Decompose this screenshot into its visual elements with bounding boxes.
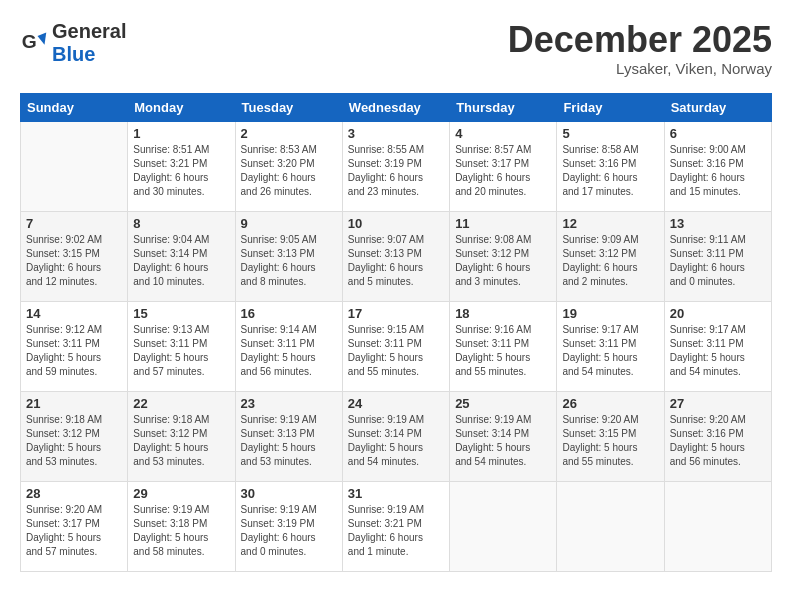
day-number: 23 xyxy=(241,396,337,411)
svg-marker-1 xyxy=(38,33,47,45)
day-info: Sunrise: 9:17 AM Sunset: 3:11 PM Dayligh… xyxy=(670,323,766,379)
day-number: 4 xyxy=(455,126,551,141)
day-number: 21 xyxy=(26,396,122,411)
day-info: Sunrise: 9:19 AM Sunset: 3:13 PM Dayligh… xyxy=(241,413,337,469)
calendar-cell: 4Sunrise: 8:57 AM Sunset: 3:17 PM Daylig… xyxy=(450,121,557,211)
day-info: Sunrise: 9:20 AM Sunset: 3:17 PM Dayligh… xyxy=(26,503,122,559)
calendar-cell: 22Sunrise: 9:18 AM Sunset: 3:12 PM Dayli… xyxy=(128,391,235,481)
header-friday: Friday xyxy=(557,93,664,121)
calendar-cell: 1Sunrise: 8:51 AM Sunset: 3:21 PM Daylig… xyxy=(128,121,235,211)
calendar-cell: 25Sunrise: 9:19 AM Sunset: 3:14 PM Dayli… xyxy=(450,391,557,481)
calendar-cell: 12Sunrise: 9:09 AM Sunset: 3:12 PM Dayli… xyxy=(557,211,664,301)
day-info: Sunrise: 9:07 AM Sunset: 3:13 PM Dayligh… xyxy=(348,233,444,289)
day-info: Sunrise: 9:18 AM Sunset: 3:12 PM Dayligh… xyxy=(133,413,229,469)
day-info: Sunrise: 8:55 AM Sunset: 3:19 PM Dayligh… xyxy=(348,143,444,199)
calendar-cell: 29Sunrise: 9:19 AM Sunset: 3:18 PM Dayli… xyxy=(128,481,235,571)
calendar-week-2: 7Sunrise: 9:02 AM Sunset: 3:15 PM Daylig… xyxy=(21,211,772,301)
day-info: Sunrise: 9:13 AM Sunset: 3:11 PM Dayligh… xyxy=(133,323,229,379)
day-info: Sunrise: 9:16 AM Sunset: 3:11 PM Dayligh… xyxy=(455,323,551,379)
svg-text:G: G xyxy=(22,31,37,52)
day-number: 19 xyxy=(562,306,658,321)
day-info: Sunrise: 9:20 AM Sunset: 3:16 PM Dayligh… xyxy=(670,413,766,469)
day-number: 30 xyxy=(241,486,337,501)
day-info: Sunrise: 9:17 AM Sunset: 3:11 PM Dayligh… xyxy=(562,323,658,379)
month-title: December 2025 xyxy=(508,20,772,60)
calendar-cell: 10Sunrise: 9:07 AM Sunset: 3:13 PM Dayli… xyxy=(342,211,449,301)
calendar-cell: 8Sunrise: 9:04 AM Sunset: 3:14 PM Daylig… xyxy=(128,211,235,301)
calendar-cell: 16Sunrise: 9:14 AM Sunset: 3:11 PM Dayli… xyxy=(235,301,342,391)
day-number: 26 xyxy=(562,396,658,411)
calendar-cell: 14Sunrise: 9:12 AM Sunset: 3:11 PM Dayli… xyxy=(21,301,128,391)
day-number: 9 xyxy=(241,216,337,231)
day-info: Sunrise: 9:04 AM Sunset: 3:14 PM Dayligh… xyxy=(133,233,229,289)
header-monday: Monday xyxy=(128,93,235,121)
day-info: Sunrise: 9:12 AM Sunset: 3:11 PM Dayligh… xyxy=(26,323,122,379)
calendar-cell xyxy=(557,481,664,571)
calendar-cell: 2Sunrise: 8:53 AM Sunset: 3:20 PM Daylig… xyxy=(235,121,342,211)
header-wednesday: Wednesday xyxy=(342,93,449,121)
calendar-week-4: 21Sunrise: 9:18 AM Sunset: 3:12 PM Dayli… xyxy=(21,391,772,481)
day-info: Sunrise: 8:51 AM Sunset: 3:21 PM Dayligh… xyxy=(133,143,229,199)
calendar-cell xyxy=(450,481,557,571)
day-number: 14 xyxy=(26,306,122,321)
day-number: 18 xyxy=(455,306,551,321)
calendar-cell: 15Sunrise: 9:13 AM Sunset: 3:11 PM Dayli… xyxy=(128,301,235,391)
calendar-cell: 19Sunrise: 9:17 AM Sunset: 3:11 PM Dayli… xyxy=(557,301,664,391)
day-info: Sunrise: 8:57 AM Sunset: 3:17 PM Dayligh… xyxy=(455,143,551,199)
calendar-cell: 13Sunrise: 9:11 AM Sunset: 3:11 PM Dayli… xyxy=(664,211,771,301)
calendar-table: SundayMondayTuesdayWednesdayThursdayFrid… xyxy=(20,93,772,572)
day-number: 27 xyxy=(670,396,766,411)
calendar-cell: 31Sunrise: 9:19 AM Sunset: 3:21 PM Dayli… xyxy=(342,481,449,571)
calendar-header-row: SundayMondayTuesdayWednesdayThursdayFrid… xyxy=(21,93,772,121)
location: Lysaker, Viken, Norway xyxy=(508,60,772,77)
calendar-week-5: 28Sunrise: 9:20 AM Sunset: 3:17 PM Dayli… xyxy=(21,481,772,571)
day-number: 22 xyxy=(133,396,229,411)
calendar-cell: 9Sunrise: 9:05 AM Sunset: 3:13 PM Daylig… xyxy=(235,211,342,301)
day-number: 1 xyxy=(133,126,229,141)
day-info: Sunrise: 9:19 AM Sunset: 3:21 PM Dayligh… xyxy=(348,503,444,559)
day-number: 11 xyxy=(455,216,551,231)
calendar-cell: 30Sunrise: 9:19 AM Sunset: 3:19 PM Dayli… xyxy=(235,481,342,571)
day-number: 10 xyxy=(348,216,444,231)
day-info: Sunrise: 8:53 AM Sunset: 3:20 PM Dayligh… xyxy=(241,143,337,199)
day-number: 6 xyxy=(670,126,766,141)
calendar-cell: 23Sunrise: 9:19 AM Sunset: 3:13 PM Dayli… xyxy=(235,391,342,481)
calendar-cell: 3Sunrise: 8:55 AM Sunset: 3:19 PM Daylig… xyxy=(342,121,449,211)
calendar-cell: 20Sunrise: 9:17 AM Sunset: 3:11 PM Dayli… xyxy=(664,301,771,391)
logo: G General Blue xyxy=(20,20,126,66)
day-number: 12 xyxy=(562,216,658,231)
calendar-cell: 28Sunrise: 9:20 AM Sunset: 3:17 PM Dayli… xyxy=(21,481,128,571)
day-info: Sunrise: 9:08 AM Sunset: 3:12 PM Dayligh… xyxy=(455,233,551,289)
calendar-cell: 7Sunrise: 9:02 AM Sunset: 3:15 PM Daylig… xyxy=(21,211,128,301)
day-number: 3 xyxy=(348,126,444,141)
day-info: Sunrise: 9:20 AM Sunset: 3:15 PM Dayligh… xyxy=(562,413,658,469)
calendar-week-1: 1Sunrise: 8:51 AM Sunset: 3:21 PM Daylig… xyxy=(21,121,772,211)
calendar-week-3: 14Sunrise: 9:12 AM Sunset: 3:11 PM Dayli… xyxy=(21,301,772,391)
day-info: Sunrise: 9:19 AM Sunset: 3:14 PM Dayligh… xyxy=(348,413,444,469)
calendar-cell: 24Sunrise: 9:19 AM Sunset: 3:14 PM Dayli… xyxy=(342,391,449,481)
calendar-cell: 26Sunrise: 9:20 AM Sunset: 3:15 PM Dayli… xyxy=(557,391,664,481)
day-number: 16 xyxy=(241,306,337,321)
day-info: Sunrise: 9:05 AM Sunset: 3:13 PM Dayligh… xyxy=(241,233,337,289)
calendar-cell xyxy=(664,481,771,571)
calendar-cell: 11Sunrise: 9:08 AM Sunset: 3:12 PM Dayli… xyxy=(450,211,557,301)
day-number: 24 xyxy=(348,396,444,411)
day-info: Sunrise: 9:19 AM Sunset: 3:18 PM Dayligh… xyxy=(133,503,229,559)
day-number: 8 xyxy=(133,216,229,231)
header-sunday: Sunday xyxy=(21,93,128,121)
calendar-cell: 18Sunrise: 9:16 AM Sunset: 3:11 PM Dayli… xyxy=(450,301,557,391)
calendar-cell: 21Sunrise: 9:18 AM Sunset: 3:12 PM Dayli… xyxy=(21,391,128,481)
day-info: Sunrise: 8:58 AM Sunset: 3:16 PM Dayligh… xyxy=(562,143,658,199)
header-saturday: Saturday xyxy=(664,93,771,121)
day-number: 15 xyxy=(133,306,229,321)
header-tuesday: Tuesday xyxy=(235,93,342,121)
day-number: 20 xyxy=(670,306,766,321)
day-number: 5 xyxy=(562,126,658,141)
logo-general: General xyxy=(52,20,126,42)
day-info: Sunrise: 9:11 AM Sunset: 3:11 PM Dayligh… xyxy=(670,233,766,289)
day-info: Sunrise: 9:00 AM Sunset: 3:16 PM Dayligh… xyxy=(670,143,766,199)
day-number: 13 xyxy=(670,216,766,231)
day-info: Sunrise: 9:19 AM Sunset: 3:19 PM Dayligh… xyxy=(241,503,337,559)
day-info: Sunrise: 9:15 AM Sunset: 3:11 PM Dayligh… xyxy=(348,323,444,379)
header-thursday: Thursday xyxy=(450,93,557,121)
